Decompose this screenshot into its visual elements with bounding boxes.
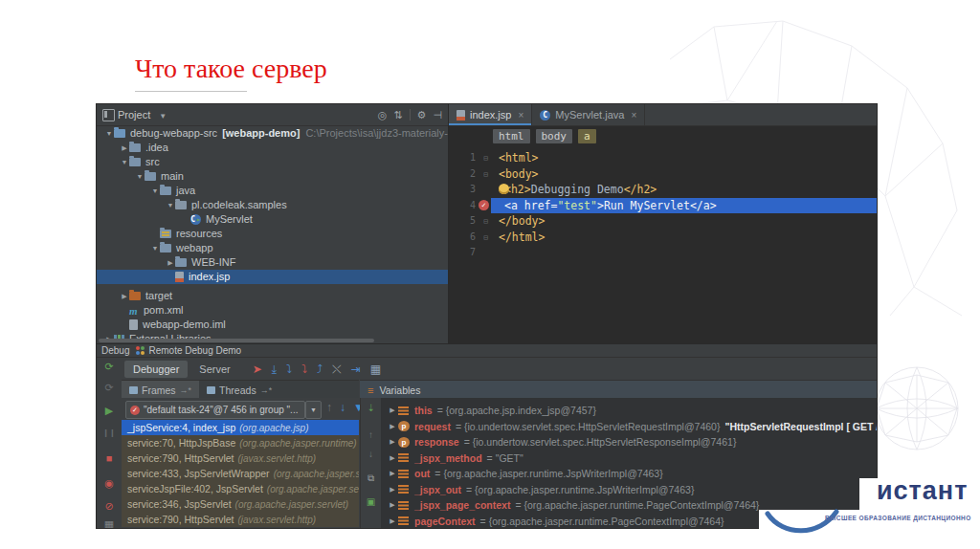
variable-row[interactable]: ▶_jspx_out= {org.apache.jasper.runtime.J… — [381, 482, 877, 498]
chevron-right-icon[interactable]: ▶ — [387, 450, 398, 467]
breadcrumb-body[interactable]: body — [536, 129, 573, 143]
fold-marker-icon[interactable]: ⊟ — [483, 151, 488, 167]
close-icon[interactable]: × — [518, 110, 523, 121]
tree-item--idea[interactable]: ▶.idea — [97, 141, 448, 155]
chevron-right-icon[interactable]: ▶ — [387, 514, 398, 530]
resume-icon[interactable]: ▶ — [97, 405, 122, 417]
force-step-into-icon[interactable]: ⤵ — [301, 363, 307, 375]
locate-icon[interactable]: ◎ — [378, 110, 388, 121]
step-out-icon[interactable]: ⤴ — [317, 363, 323, 375]
chevron-down-icon[interactable]: ▼ — [159, 112, 167, 121]
tree-item-target[interactable]: ▶target — [97, 289, 448, 303]
fold-marker-icon[interactable]: ⊟ — [483, 231, 488, 247]
tree-item-webapp[interactable]: ▼webapp — [97, 241, 448, 255]
chevron-right-icon[interactable]: ▶ — [120, 141, 129, 155]
show-execution-point-icon[interactable]: ➤ — [253, 363, 262, 375]
preview-icon[interactable]: ▣ — [361, 496, 381, 507]
breadcrumb-html[interactable]: html — [493, 129, 530, 143]
frame-down-icon[interactable]: ↓ — [361, 449, 381, 459]
arrow-down-icon[interactable]: ↓ — [340, 402, 345, 413]
collapse-all-icon[interactable]: ⇅ — [393, 110, 402, 121]
drop-frame-icon[interactable]: ⤬ — [332, 363, 342, 375]
breakpoint-icon[interactable]: ✓ — [479, 200, 489, 210]
tab-debugger[interactable]: Debugger — [124, 361, 188, 378]
module-icon — [114, 129, 125, 138]
step-into-icon[interactable]: ⤵ — [286, 363, 292, 375]
chevron-right-icon[interactable]: ▶ — [387, 482, 398, 498]
project-pane-title[interactable]: Project — [118, 109, 150, 121]
chevron-down-icon[interactable]: ▼ — [150, 184, 160, 198]
add-watch-icon[interactable]: ⇣ — [361, 403, 381, 413]
view-breakpoints-icon[interactable]: ◉ — [97, 477, 122, 490]
tab-frames[interactable]: Frames→* — [122, 381, 199, 399]
refresh-icon[interactable]: ⟳ — [97, 382, 122, 394]
tree-item-index-jsp[interactable]: index.jsp — [97, 270, 448, 284]
editor-tab-index-jsp[interactable]: index.jsp× — [449, 104, 532, 125]
tree-item-pom-xml[interactable]: mpom.xml — [97, 303, 448, 318]
chevron-right-icon[interactable]: ▶ — [387, 434, 398, 450]
chevron-down-icon[interactable]: ▼ — [120, 155, 129, 169]
chevron-right-icon[interactable]: ▶ — [104, 332, 114, 339]
evaluate-expression-icon[interactable]: ▦ — [370, 363, 381, 375]
frame-row[interactable]: service:433, JspServletWrapper(org.apach… — [122, 466, 359, 481]
code-line-4[interactable]: 4✓<a href="test">Run MyServlet</a> — [449, 198, 877, 214]
variable-row[interactable]: ▶_jspx_method= "GET" — [381, 450, 877, 467]
thread-selector-dropdown-icon[interactable]: ▼ — [305, 401, 322, 419]
variable-row[interactable]: ▶presponse= {io.undertow.servlet.spec.Ht… — [381, 434, 877, 450]
variable-row[interactable]: ▶out= {org.apache.jasper.runtime.JspWrit… — [381, 466, 877, 482]
chevron-right-icon[interactable]: ▶ — [120, 289, 129, 303]
run-to-cursor-icon[interactable]: ⇥ — [351, 363, 361, 375]
frame-up-icon[interactable]: ↑ — [361, 429, 381, 440]
thread-selector[interactable]: ✓ "default task-24"@7 456 in group "... — [125, 401, 305, 419]
hide-panel-icon[interactable]: ⊣ — [433, 110, 442, 121]
code-editor[interactable]: 1⊟<html>2⊟<body>3<h2>Debugging Demo</h2>… — [449, 145, 877, 348]
step-over-icon[interactable]: ⤓ — [272, 363, 277, 375]
chevron-right-icon[interactable]: ▶ — [387, 466, 398, 482]
tree-item-debug-webapp-src[interactable]: ▼debug-webapp-src[webapp-demo]C:\Project… — [97, 126, 448, 141]
tree-item-external-libraries[interactable]: ▶External Libraries — [97, 332, 448, 339]
chevron-down-icon[interactable]: ▼ — [135, 169, 145, 184]
tree-item-java[interactable]: ▼java — [97, 184, 448, 198]
tree-item-web-inf[interactable]: ▶WEB-INF — [97, 255, 448, 270]
rerun-icon[interactable]: ⟳ — [97, 361, 122, 373]
frame-row[interactable]: service:790, HttpServlet(javax.servlet.h… — [122, 512, 359, 527]
stop-icon[interactable]: ■ — [97, 452, 122, 464]
frame-row[interactable]: serviceJspFile:402, JspServlet(org.apach… — [122, 481, 359, 496]
tab-threads[interactable]: Threads→* — [199, 381, 279, 399]
tab-server[interactable]: Server — [190, 361, 238, 378]
frame-row[interactable]: service:346, JspServlet(org.apache.jaspe… — [122, 496, 359, 512]
fold-marker-icon[interactable]: ⊟ — [483, 214, 488, 231]
tree-item-main[interactable]: ▼main — [97, 169, 448, 184]
horizontal-scrollbar[interactable] — [99, 339, 374, 342]
close-icon[interactable]: × — [631, 110, 636, 121]
breadcrumb-a[interactable]: a — [578, 129, 596, 143]
variable-row[interactable]: ▶this= {org.apache.jsp.index_jsp@7457} — [381, 403, 877, 419]
mute-breakpoints-icon[interactable]: ⊘ — [97, 500, 122, 513]
chevron-down-icon[interactable]: ▼ — [166, 198, 175, 212]
pause-icon[interactable]: ❙❙ — [97, 428, 122, 437]
fold-marker-icon[interactable]: ⊟ — [483, 167, 488, 184]
variable-row[interactable]: ▶prequest= {io.undertow.servlet.spec.Htt… — [381, 419, 877, 435]
intention-bulb-icon[interactable] — [499, 184, 509, 194]
editor-tab-myservlet-java[interactable]: CMyServlet.java× — [532, 104, 645, 125]
frame-row[interactable]: service:70, HttpJspBase(org.apache.jaspe… — [122, 435, 359, 450]
chevron-right-icon[interactable]: ▶ — [387, 419, 398, 435]
tree-item-resources[interactable]: resources — [97, 227, 448, 241]
tree-item-src[interactable]: ▼src — [97, 155, 448, 169]
debug-window-label[interactable]: Debug — [101, 345, 129, 356]
chevron-down-icon[interactable]: ▼ — [104, 126, 114, 141]
chevron-right-icon[interactable]: ▶ — [387, 497, 398, 514]
tree-item-myservlet[interactable]: CMyServlet — [97, 212, 448, 227]
gear-icon[interactable]: ⚙ — [417, 110, 427, 121]
tree-item-pl-codeleak-samples[interactable]: ▼pl.codeleak.samples — [97, 198, 448, 212]
chevron-down-icon[interactable]: ▼ — [150, 241, 160, 255]
frame-row[interactable]: service:790, HttpServlet(javax.servlet.h… — [122, 450, 359, 466]
arrow-up-icon[interactable]: ↑ — [326, 402, 332, 413]
chevron-right-icon[interactable]: ▶ — [387, 403, 398, 419]
wireframe-sphere — [876, 367, 958, 450]
frame-row[interactable]: _jspService:4, index_jsp(org.apache.jsp) — [122, 420, 359, 435]
chevron-right-icon[interactable]: ▶ — [166, 255, 175, 270]
tree-item-webapp-demo-iml[interactable]: webapp-demo.iml — [97, 318, 448, 332]
layout-icon[interactable]: ▦ — [97, 518, 122, 529]
copy-stack-icon[interactable]: ⧉ — [361, 472, 381, 484]
